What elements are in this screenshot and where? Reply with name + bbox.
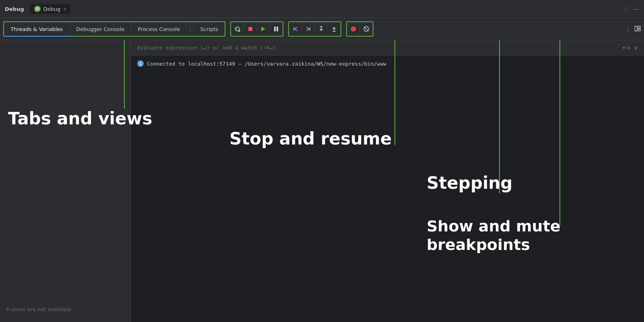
debug-tab[interactable]: JS Debug × [30,4,70,14]
tab-threads-variables[interactable]: Threads & Variables [4,22,70,36]
more-options-btn[interactable]: ⋮ [623,6,629,12]
title-bar-actions: ⋮ — [623,6,639,12]
svg-rect-5 [277,27,278,31]
tab-debugger-console[interactable]: Debugger Console [70,22,131,36]
expand-btn[interactable]: ∨ [634,45,638,51]
node-icon: JS [34,6,41,12]
tab-scripts[interactable]: Scripts [194,22,225,36]
pause-btn[interactable] [270,22,283,36]
tab-divider: | [187,22,194,36]
rerun-btn[interactable]: JS [231,22,244,36]
step-over-back-btn[interactable] [289,22,302,36]
toolbar-right: ⋮ [625,26,641,33]
svg-marker-3 [261,27,265,31]
toolbar-more-btn[interactable]: ⋮ [625,26,631,32]
svg-line-15 [364,27,368,31]
svg-rect-16 [635,26,637,31]
svg-rect-2 [248,27,252,31]
left-panel: Frames are not available [0,40,131,322]
frames-unavailable: Frames are not available [3,300,127,319]
right-panel: +∞ ∨ i Connected to localhost:57149 – /U… [131,40,644,322]
step-over-btn[interactable] [302,22,315,36]
evaluate-input[interactable] [137,45,619,51]
title-bar: Debug JS Debug × ⋮ — [0,0,644,18]
console-area: i Connected to localhost:57149 – /Users/… [131,56,644,322]
svg-rect-4 [274,27,276,31]
main-toolbar: Threads & Variables Debugger Console Pro… [0,18,644,40]
breakpoints-group [346,21,374,37]
svg-text:JS: JS [237,30,240,32]
svg-rect-17 [638,26,640,28]
svg-point-13 [352,28,355,30]
tab-process-console[interactable]: Process Console [131,22,187,36]
add-watch-btn[interactable]: +∞ [622,45,631,51]
evaluate-actions: +∞ ∨ [622,45,638,51]
stop-resume-group: JS [230,21,283,37]
show-breakpoints-btn[interactable] [347,22,360,36]
evaluate-bar: +∞ ∨ [131,40,644,56]
tab-close-btn[interactable]: × [63,6,66,12]
svg-rect-18 [638,29,640,31]
resume-btn[interactable] [257,22,270,36]
connection-message: i Connected to localhost:57149 – /Users/… [137,60,638,67]
tab-group: Threads & Variables Debugger Console Pro… [3,21,225,37]
app-title: Debug [5,6,24,12]
stepping-group [288,21,341,37]
layout-btn[interactable] [634,26,641,33]
step-out-btn[interactable] [328,22,341,36]
tab-label: Debug [43,6,60,12]
minimize-btn[interactable]: — [634,6,639,12]
mute-breakpoints-btn[interactable] [360,22,373,36]
main-content: Frames are not available +∞ ∨ i Connecte… [0,40,644,322]
threads-area [3,43,127,300]
step-into-btn[interactable] [315,22,328,36]
stop-btn[interactable] [244,22,257,36]
info-icon: i [137,60,144,67]
